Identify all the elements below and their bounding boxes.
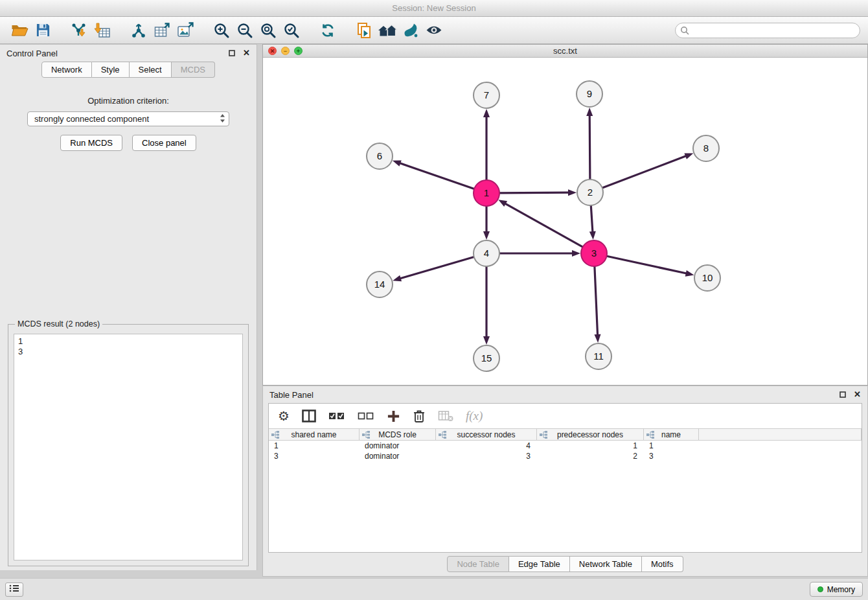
network-view-window: ✕ − + scc.txt 7968124314101511 bbox=[262, 44, 868, 386]
network-view-title: scc.txt bbox=[553, 46, 577, 56]
homes-icon bbox=[378, 23, 398, 38]
graph-edge-1-6[interactable] bbox=[400, 163, 474, 189]
column-header-label: MCDS role bbox=[378, 430, 417, 439]
memory-label: Memory bbox=[827, 585, 855, 594]
control-panel: Control Panel ✕ NetworkStyleSelectMCDS O… bbox=[0, 44, 257, 570]
control-panel-tabs: NetworkStyleSelectMCDS bbox=[0, 62, 257, 78]
copy-view-button[interactable] bbox=[352, 20, 376, 41]
float-table-panel-icon[interactable] bbox=[839, 391, 846, 398]
graph-node-label: 14 bbox=[374, 279, 385, 290]
graph-edge-arrow bbox=[393, 275, 402, 282]
mcds-result-item: 1 bbox=[18, 336, 238, 347]
table-tab-node-table[interactable]: Node Table bbox=[447, 556, 509, 572]
graph-edge-2-3[interactable] bbox=[591, 205, 593, 231]
paint-icon bbox=[402, 22, 419, 39]
graph-edge-arrow bbox=[483, 231, 490, 240]
first-neighbors-button[interactable] bbox=[376, 20, 399, 41]
column-header-predecessor-nodes[interactable]: predecessor nodes bbox=[537, 429, 644, 440]
graph-node-label: 8 bbox=[703, 143, 709, 154]
column-header-label: shared name bbox=[291, 430, 336, 439]
select-all-columns-button[interactable] bbox=[328, 410, 345, 422]
zoom-selected-button[interactable] bbox=[280, 20, 303, 41]
graph-edge-3-11[interactable] bbox=[595, 266, 598, 334]
gear-icon: ⚙ bbox=[278, 410, 290, 422]
node-table-grid: shared nameMCDS rolesuccessor nodesprede… bbox=[269, 428, 862, 461]
delete-column-button[interactable] bbox=[413, 409, 426, 423]
task-list-icon bbox=[9, 584, 19, 594]
export-network-icon bbox=[130, 22, 147, 39]
export-image-button[interactable] bbox=[174, 20, 197, 41]
graph-edge-4-14[interactable] bbox=[401, 257, 474, 279]
export-table-button[interactable] bbox=[150, 20, 174, 41]
tab-style[interactable]: Style bbox=[92, 62, 130, 78]
maximize-window-icon[interactable]: + bbox=[294, 47, 303, 55]
zoom-fit-button[interactable] bbox=[257, 20, 280, 41]
table-tab-edge-table[interactable]: Edge Table bbox=[509, 556, 570, 572]
show-hide-button[interactable] bbox=[422, 20, 446, 41]
close-table-panel-icon[interactable]: ✕ bbox=[854, 391, 861, 398]
tab-select[interactable]: Select bbox=[130, 62, 172, 78]
mcds-result-item: 3 bbox=[18, 347, 238, 357]
apply-style-button[interactable] bbox=[399, 20, 422, 41]
column-header-shared-name[interactable]: shared name bbox=[269, 429, 360, 440]
graph-edge-arrow bbox=[586, 108, 593, 116]
graph-edge-2-9[interactable] bbox=[589, 116, 590, 179]
table-tab-motifs[interactable]: Motifs bbox=[642, 556, 683, 572]
column-type-icon bbox=[362, 431, 370, 441]
status-bar: Memory bbox=[0, 578, 868, 600]
table-toolbar: ⚙f(x) bbox=[269, 404, 862, 428]
optimization-select-value: strongly connected component bbox=[34, 114, 220, 124]
import-table-button[interactable] bbox=[91, 20, 114, 41]
table-cell: 3 bbox=[269, 451, 360, 461]
column-header-name[interactable]: name bbox=[644, 429, 699, 440]
graph-edge-3-10[interactable] bbox=[607, 256, 686, 273]
graph-node-label: 11 bbox=[593, 351, 604, 362]
zoom-out-button[interactable] bbox=[233, 20, 257, 41]
memory-button[interactable]: Memory bbox=[810, 582, 863, 597]
tab-network[interactable]: Network bbox=[41, 62, 92, 78]
run-mcds-button[interactable]: Run MCDS bbox=[60, 135, 122, 151]
graph-node-label: 1 bbox=[484, 187, 489, 198]
show-columns-button[interactable] bbox=[302, 410, 316, 422]
table-cell: 2 bbox=[537, 451, 644, 461]
control-panel-title: Control Panel bbox=[6, 49, 58, 58]
export-table-icon bbox=[154, 22, 170, 39]
table-row[interactable]: 1dominator411 bbox=[269, 441, 862, 451]
graph-edge-1-2[interactable] bbox=[499, 192, 568, 193]
close-window-icon[interactable]: ✕ bbox=[268, 47, 277, 55]
optimization-select[interactable]: strongly connected component bbox=[27, 111, 229, 126]
function-builder-button: f(x) bbox=[466, 409, 483, 423]
save-session-button[interactable] bbox=[31, 20, 54, 41]
tab-mcds[interactable]: MCDS bbox=[172, 62, 215, 78]
graph-edge-3-1[interactable] bbox=[506, 204, 583, 248]
close-panel-button[interactable]: Close panel bbox=[132, 135, 196, 151]
unselect-all-columns-button[interactable] bbox=[358, 410, 374, 422]
apply-layout-button[interactable] bbox=[316, 20, 339, 41]
graph-node-label: 9 bbox=[587, 88, 592, 99]
window-controls: ✕ − + bbox=[268, 47, 303, 55]
graph-edge-2-8[interactable] bbox=[602, 156, 686, 188]
column-header-successor-nodes[interactable]: successor nodes bbox=[436, 429, 537, 440]
import-network-button[interactable] bbox=[67, 20, 91, 41]
float-panel-icon[interactable] bbox=[229, 50, 235, 56]
table-row[interactable]: 3dominator323 bbox=[269, 451, 862, 461]
export-network-button[interactable] bbox=[127, 20, 150, 41]
minimize-window-icon[interactable]: − bbox=[281, 47, 290, 55]
close-panel-icon[interactable]: ✕ bbox=[243, 49, 250, 57]
search-input[interactable] bbox=[675, 23, 860, 38]
column-type-icon bbox=[540, 431, 547, 441]
table-tab-network-table[interactable]: Network Table bbox=[570, 556, 642, 572]
toolbar-separator bbox=[197, 30, 210, 30]
folder-open-icon bbox=[11, 23, 29, 38]
table-settings-button[interactable]: ⚙ bbox=[278, 410, 290, 422]
zoom-in-button[interactable] bbox=[210, 20, 233, 41]
open-session-button[interactable] bbox=[8, 20, 31, 41]
add-column-button[interactable] bbox=[387, 410, 400, 423]
column-header-mcds-role[interactable]: MCDS role bbox=[360, 429, 436, 440]
mcds-result-list[interactable]: 13 bbox=[14, 334, 243, 560]
zoom-out-icon bbox=[236, 22, 253, 39]
network-canvas[interactable]: 7968124314101511 bbox=[263, 58, 867, 385]
plus-icon bbox=[387, 410, 400, 423]
mcds-result-title: MCDS result (2 nodes) bbox=[15, 319, 102, 329]
task-history-button[interactable] bbox=[5, 583, 23, 597]
